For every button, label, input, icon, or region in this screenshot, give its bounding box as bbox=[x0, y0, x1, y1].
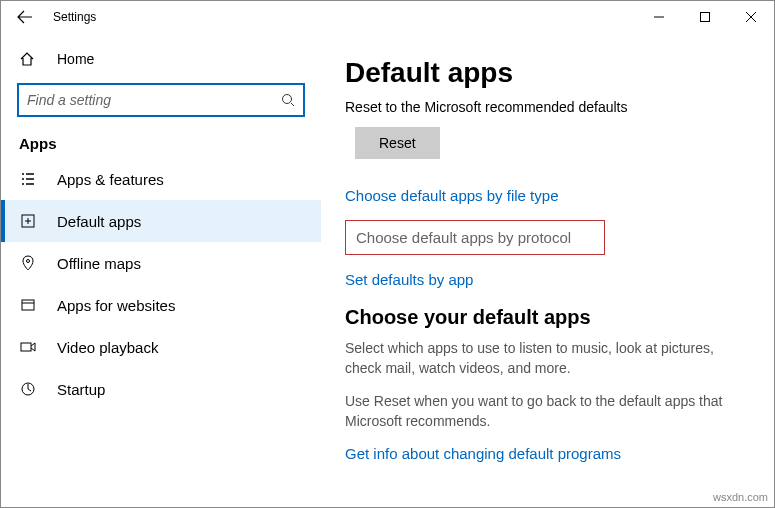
video-icon bbox=[19, 338, 37, 356]
maximize-icon bbox=[700, 12, 710, 22]
home-nav[interactable]: Home bbox=[1, 41, 321, 77]
titlebar: Settings bbox=[1, 1, 774, 33]
watermark: wsxdn.com bbox=[713, 491, 768, 503]
sidebar-item-label: Startup bbox=[57, 381, 105, 398]
minimize-icon bbox=[654, 12, 664, 22]
sidebar-item-startup[interactable]: Startup bbox=[1, 368, 321, 410]
sidebar-item-apps-websites[interactable]: Apps for websites bbox=[1, 284, 321, 326]
search-box[interactable] bbox=[17, 83, 305, 117]
main-content: Default apps Reset to the Microsoft reco… bbox=[321, 33, 774, 507]
home-label: Home bbox=[57, 51, 94, 67]
choose-heading: Choose your default apps bbox=[345, 306, 750, 329]
search-icon bbox=[281, 93, 295, 107]
defaults-icon bbox=[19, 212, 37, 230]
window-controls bbox=[636, 1, 774, 33]
websites-icon bbox=[19, 296, 37, 314]
sidebar-item-label: Offline maps bbox=[57, 255, 141, 272]
sidebar-item-default-apps[interactable]: Default apps bbox=[1, 200, 321, 242]
sidebar-section-title: Apps bbox=[1, 135, 321, 158]
reset-advice: Use Reset when you want to go back to th… bbox=[345, 392, 750, 431]
sidebar-item-label: Apps for websites bbox=[57, 297, 175, 314]
search-input[interactable] bbox=[27, 92, 281, 108]
sidebar-item-video-playback[interactable]: Video playback bbox=[1, 326, 321, 368]
window-title: Settings bbox=[53, 10, 96, 24]
page-title: Default apps bbox=[345, 57, 750, 89]
link-choose-by-protocol[interactable]: Choose default apps by protocol bbox=[345, 220, 605, 255]
choose-description: Select which apps to use to listen to mu… bbox=[345, 339, 750, 378]
sidebar-item-label: Video playback bbox=[57, 339, 158, 356]
close-icon bbox=[746, 12, 756, 22]
link-set-defaults-by-app[interactable]: Set defaults by app bbox=[345, 271, 750, 288]
svg-point-1 bbox=[283, 95, 292, 104]
home-icon bbox=[19, 51, 37, 67]
maximize-button[interactable] bbox=[682, 1, 728, 33]
link-get-info[interactable]: Get info about changing default programs bbox=[345, 445, 750, 462]
svg-rect-0 bbox=[701, 13, 710, 22]
svg-rect-4 bbox=[22, 300, 34, 310]
minimize-button[interactable] bbox=[636, 1, 682, 33]
back-button[interactable] bbox=[13, 5, 37, 29]
close-button[interactable] bbox=[728, 1, 774, 33]
sidebar-item-apps-features[interactable]: Apps & features bbox=[1, 158, 321, 200]
svg-point-3 bbox=[27, 260, 30, 263]
link-choose-by-file-type[interactable]: Choose default apps by file type bbox=[345, 187, 750, 204]
list-icon bbox=[19, 170, 37, 188]
sidebar: Home Apps Apps & features Default apps bbox=[1, 33, 321, 507]
startup-icon bbox=[19, 380, 37, 398]
sidebar-item-label: Apps & features bbox=[57, 171, 164, 188]
map-icon bbox=[19, 254, 37, 272]
reset-button[interactable]: Reset bbox=[355, 127, 440, 159]
reset-description: Reset to the Microsoft recommended defau… bbox=[345, 99, 750, 115]
sidebar-item-label: Default apps bbox=[57, 213, 141, 230]
arrow-left-icon bbox=[17, 9, 33, 25]
sidebar-item-offline-maps[interactable]: Offline maps bbox=[1, 242, 321, 284]
svg-rect-5 bbox=[21, 343, 31, 351]
